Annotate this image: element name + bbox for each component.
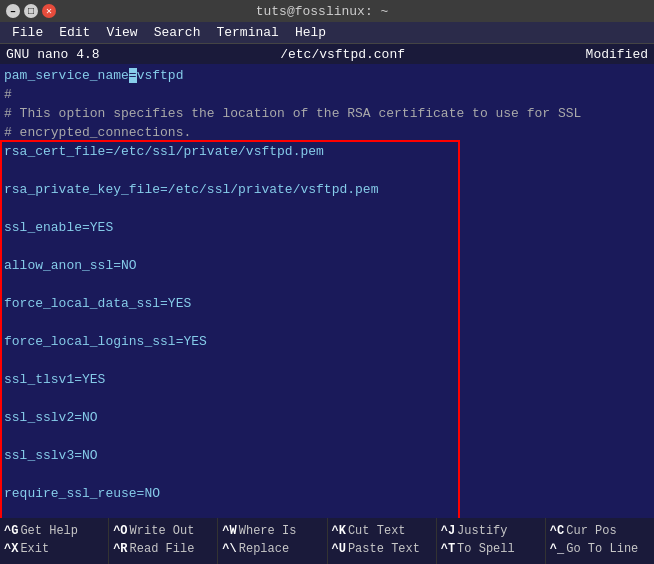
shortcut-label: Paste Text [348, 542, 420, 558]
shortcut-key: ^W [222, 524, 236, 540]
editor-line: ssl_sslv3=NO [4, 446, 650, 465]
shortcut-row[interactable]: ^KCut Text [332, 524, 406, 540]
shortcut-row[interactable]: ^TTo Spell [441, 542, 515, 558]
shortcut-col-2: ^WWhere Is^\Replace [218, 518, 327, 564]
shortcut-key: ^U [332, 542, 346, 558]
editor-line: allow_anon_ssl=NO [4, 256, 650, 275]
editor-line [4, 275, 650, 294]
editor-line: pam_service_name=vsftpd [4, 66, 650, 85]
menu-terminal[interactable]: Terminal [208, 24, 286, 41]
file-path: /etc/vsftpd.conf [280, 47, 405, 62]
shortcut-row[interactable]: ^CCur Pos [550, 524, 617, 540]
editor-line: # This option specifies the location of … [4, 104, 650, 123]
shortcut-key: ^T [441, 542, 455, 558]
editor-line [4, 503, 650, 518]
shortcut-row[interactable]: ^RRead File [113, 542, 194, 558]
shortcut-col-1: ^OWrite Out^RRead File [109, 518, 218, 564]
editor-line: # encrypted_connections. [4, 123, 650, 142]
shortcut-key: ^G [4, 524, 18, 540]
shortcut-bar: ^GGet Help^XExit^OWrite Out^RRead File^W… [0, 518, 654, 564]
menu-bar: File Edit View Search Terminal Help [0, 22, 654, 44]
editor-line: ssl_sslv2=NO [4, 408, 650, 427]
editor-line: ssl_enable=YES [4, 218, 650, 237]
modified-indicator: Modified [586, 47, 648, 62]
shortcut-key: ^_ [550, 542, 564, 558]
shortcut-label: Justify [457, 524, 507, 540]
editor-line: force_local_data_ssl=YES [4, 294, 650, 313]
shortcut-row[interactable]: ^JJustify [441, 524, 508, 540]
window-title: tuts@fosslinux: ~ [56, 4, 588, 19]
shortcut-row[interactable]: ^_Go To Line [550, 542, 638, 558]
nano-version: GNU nano 4.8 [6, 47, 100, 62]
editor-line: rsa_cert_file=/etc/ssl/private/vsftpd.pe… [4, 142, 650, 161]
editor-line: require_ssl_reuse=NO [4, 484, 650, 503]
editor-line [4, 313, 650, 332]
shortcut-row[interactable]: ^GGet Help [4, 524, 78, 540]
editor-line: # [4, 85, 650, 104]
shortcut-row[interactable]: ^\Replace [222, 542, 289, 558]
editor-line [4, 389, 650, 408]
editor-area[interactable]: pam_service_name=vsftpd## This option sp… [0, 64, 654, 518]
maximize-button[interactable]: □ [24, 4, 38, 18]
shortcut-row[interactable]: ^XExit [4, 542, 49, 558]
shortcut-label: Read File [130, 542, 195, 558]
menu-view[interactable]: View [98, 24, 145, 41]
editor-line [4, 199, 650, 218]
menu-edit[interactable]: Edit [51, 24, 98, 41]
title-bar: – □ ✕ tuts@fosslinux: ~ [0, 0, 654, 22]
menu-file[interactable]: File [4, 24, 51, 41]
editor-line: force_local_logins_ssl=YES [4, 332, 650, 351]
shortcut-key: ^\ [222, 542, 236, 558]
shortcut-label: Exit [20, 542, 49, 558]
close-button[interactable]: ✕ [42, 4, 56, 18]
shortcut-key: ^X [4, 542, 18, 558]
shortcut-col-0: ^GGet Help^XExit [0, 518, 109, 564]
shortcut-label: Cut Text [348, 524, 406, 540]
menu-search[interactable]: Search [146, 24, 209, 41]
shortcut-key: ^K [332, 524, 346, 540]
shortcut-label: To Spell [457, 542, 515, 558]
editor-line [4, 465, 650, 484]
shortcut-row[interactable]: ^UPaste Text [332, 542, 420, 558]
shortcut-col-4: ^JJustify^TTo Spell [437, 518, 546, 564]
editor-line [4, 427, 650, 446]
shortcut-key: ^C [550, 524, 564, 540]
editor-line: rsa_private_key_file=/etc/ssl/private/vs… [4, 180, 650, 199]
shortcut-label: Replace [239, 542, 289, 558]
shortcut-key: ^O [113, 524, 127, 540]
shortcut-row[interactable]: ^WWhere Is [222, 524, 296, 540]
editor-line [4, 161, 650, 180]
shortcut-label: Cur Pos [566, 524, 616, 540]
editor-line [4, 237, 650, 256]
nano-status-bar: GNU nano 4.8 /etc/vsftpd.conf Modified [0, 44, 654, 64]
shortcut-key: ^J [441, 524, 455, 540]
shortcut-label: Go To Line [566, 542, 638, 558]
shortcut-label: Get Help [20, 524, 78, 540]
shortcut-col-3: ^KCut Text^UPaste Text [328, 518, 437, 564]
minimize-button[interactable]: – [6, 4, 20, 18]
shortcut-label: Write Out [130, 524, 195, 540]
shortcut-col-5: ^CCur Pos^_Go To Line [546, 518, 654, 564]
shortcut-label: Where Is [239, 524, 297, 540]
shortcut-row[interactable]: ^OWrite Out [113, 524, 194, 540]
shortcut-key: ^R [113, 542, 127, 558]
menu-help[interactable]: Help [287, 24, 334, 41]
editor-line: ssl_tlsv1=YES [4, 370, 650, 389]
editor-line [4, 351, 650, 370]
